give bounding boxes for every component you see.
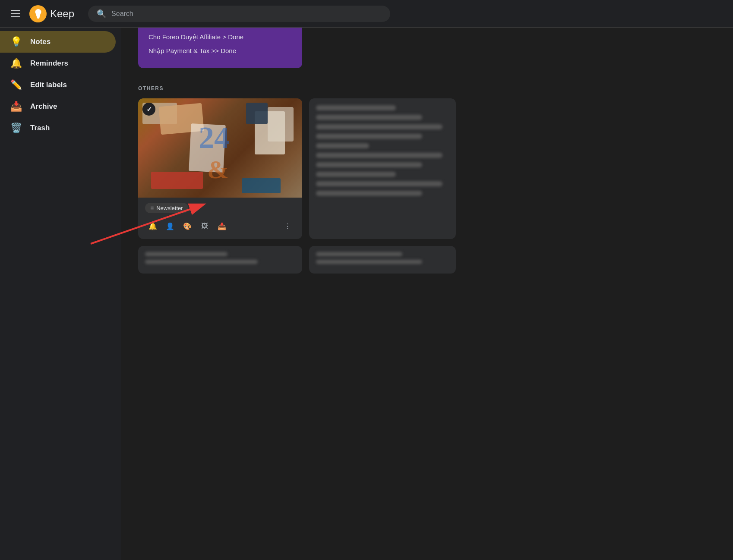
image-button[interactable]: 🖼 — [197, 218, 212, 234]
bottom-note-card-1 — [138, 246, 302, 274]
blurred-line — [316, 191, 422, 196]
card-body: ≡ Newsletter 🔔 👤 🎨 🖼 📥 ⋮ — [138, 198, 302, 239]
sidebar-label-archive: Archive — [30, 102, 57, 111]
archive-card-button[interactable]: 📥 — [214, 218, 230, 234]
app-logo-icon — [29, 5, 47, 22]
purple-note-line-1: Cho Foreo Duyệt Affiliate > Done — [148, 32, 292, 42]
newsletter-tag[interactable]: ≡ Newsletter — [145, 203, 188, 213]
blurred-line — [145, 252, 227, 256]
sidebar-item-edit-labels[interactable]: ✏️ Edit labels — [0, 74, 116, 96]
sidebar-item-notes[interactable]: 💡 Notes — [0, 31, 116, 53]
sidebar: 💡 Notes 🔔 Reminders ✏️ Edit labels 📥 Arc… — [0, 28, 121, 560]
purple-note-card: Cho Foreo Duyệt Affiliate > Done Nhập Pa… — [138, 28, 302, 68]
newsletter-note-card[interactable]: 24 & ≡ Newsletter 🔔 👤 🎨 🖼 📥 ⋮ — [138, 98, 302, 239]
search-input[interactable] — [111, 10, 382, 18]
blurred-line — [316, 124, 442, 129]
sidebar-item-reminders[interactable]: 🔔 Reminders — [0, 53, 116, 74]
main-layout: 💡 Notes 🔔 Reminders ✏️ Edit labels 📥 Arc… — [0, 28, 733, 560]
blurred-line — [316, 260, 422, 264]
trash-icon: 🗑️ — [10, 123, 22, 134]
purple-note-line-2: Nhập Payment & Tax >> Done — [148, 46, 292, 56]
blurred-line — [316, 252, 402, 256]
archive-icon: 📥 — [10, 101, 22, 112]
edit-labels-icon: ✏️ — [10, 79, 22, 91]
blurred-line — [316, 143, 369, 148]
blurred-line — [316, 134, 422, 139]
reminders-icon: 🔔 — [10, 58, 22, 69]
logo-wrapper: Keep — [29, 5, 74, 22]
blurred-line — [316, 162, 422, 167]
bottom-notes-row — [138, 246, 716, 274]
remind-button[interactable]: 🔔 — [145, 218, 161, 234]
sidebar-label-trash: Trash — [30, 124, 50, 132]
collaborate-button[interactable]: 👤 — [162, 218, 178, 234]
blurred-line — [316, 105, 396, 110]
sidebar-item-trash[interactable]: 🗑️ Trash — [0, 117, 116, 139]
blurred-line — [316, 181, 442, 186]
blurred-line — [145, 260, 258, 264]
blurred-note-card — [309, 98, 456, 239]
more-options-button[interactable]: ⋮ — [280, 218, 295, 234]
tag-label: Newsletter — [156, 205, 183, 211]
sidebar-label-edit-labels: Edit labels — [30, 81, 67, 89]
sidebar-label-reminders: Reminders — [30, 59, 68, 68]
palette-button[interactable]: 🎨 — [180, 218, 195, 234]
sidebar-label-notes: Notes — [30, 38, 51, 46]
topbar: Keep 🔍 — [0, 0, 733, 28]
others-section-label: OTHERS — [138, 85, 716, 91]
notes-grid: 24 & ≡ Newsletter 🔔 👤 🎨 🖼 📥 ⋮ — [138, 98, 716, 239]
sidebar-item-archive[interactable]: 📥 Archive — [0, 96, 116, 117]
blurred-line — [316, 153, 442, 158]
search-bar[interactable]: 🔍 — [88, 6, 390, 22]
menu-button[interactable] — [7, 5, 24, 22]
bottom-note-card-2 — [309, 246, 456, 274]
notes-icon: 💡 — [10, 36, 22, 47]
app-title: Keep — [50, 8, 74, 20]
blurred-line — [316, 115, 422, 120]
blurred-line — [316, 172, 396, 177]
search-icon: 🔍 — [97, 9, 106, 19]
content-area: Cho Foreo Duyệt Affiliate > Done Nhập Pa… — [121, 28, 733, 560]
note-card-image: 24 & — [138, 98, 302, 198]
note-select-checkbox[interactable] — [142, 103, 155, 116]
tag-list-icon: ≡ — [150, 204, 154, 211]
card-actions: 🔔 👤 🎨 🖼 📥 ⋮ — [145, 217, 295, 236]
